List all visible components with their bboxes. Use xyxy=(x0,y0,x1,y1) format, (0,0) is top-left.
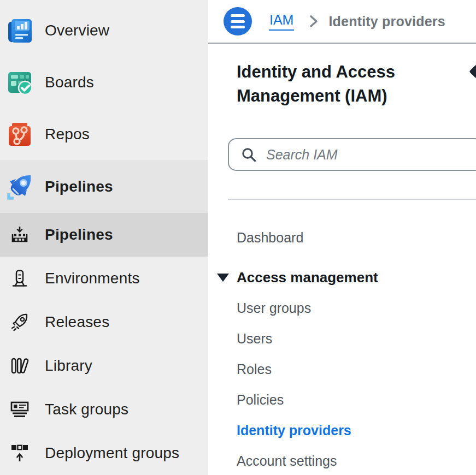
nav-section-label: Access management xyxy=(237,269,378,286)
overview-icon xyxy=(0,16,39,45)
repos-icon xyxy=(0,120,39,149)
breadcrumb-bar: IAM Identity providers xyxy=(208,0,476,44)
azure-devops-sidebar: Overview Boards xyxy=(0,0,208,475)
library-icon xyxy=(0,356,39,376)
nav-item-label: Users xyxy=(237,331,272,347)
releases-icon xyxy=(0,312,39,332)
chevron-right-icon xyxy=(308,14,320,29)
page-title: Identity and Access Management (IAM) xyxy=(237,60,431,108)
environments-icon xyxy=(0,269,39,288)
nav-item-user-groups[interactable]: User groups xyxy=(208,293,476,323)
nav-item-label: Dashboard xyxy=(237,230,303,246)
sidebar-item-environments[interactable]: Environments xyxy=(0,257,208,300)
sidebar-item-library[interactable]: Library xyxy=(0,344,208,388)
close-icon[interactable] xyxy=(469,64,476,78)
sidebar-item-overview[interactable]: Overview xyxy=(0,4,208,56)
nav-item-label: Identity providers xyxy=(237,423,351,438)
iam-console-panel: IAM Identity providers Identity and Acce… xyxy=(208,0,476,475)
nav-item-users[interactable]: Users xyxy=(208,323,476,354)
nav-item-label: User groups xyxy=(237,300,311,316)
nav-item-label: Account settings xyxy=(237,453,337,469)
search-input[interactable] xyxy=(266,147,476,163)
sidebar-item-label: Library xyxy=(45,357,92,375)
sidebar-item-label: Deployment groups xyxy=(45,444,179,462)
nav-item-account-settings[interactable]: Account settings xyxy=(208,446,476,475)
sidebar-item-task-groups[interactable]: Task groups xyxy=(0,388,208,431)
sidebar-item-boards[interactable]: Boards xyxy=(0,56,208,108)
divider xyxy=(228,199,476,200)
sidebar-item-label: Environments xyxy=(45,270,140,287)
sidebar-item-label: Pipelines xyxy=(45,178,113,195)
sidebar-item-repos[interactable]: Repos xyxy=(0,108,208,160)
nav-section-access-management[interactable]: Access management xyxy=(208,262,476,293)
sidebar-item-deployment-groups[interactable]: Deployment groups xyxy=(0,431,208,475)
sidebar-item-label: Repos xyxy=(45,126,90,143)
search-icon xyxy=(241,147,257,163)
sidebar-item-label: Releases xyxy=(45,313,109,331)
menu-button[interactable] xyxy=(224,7,252,35)
app: Overview Boards xyxy=(0,0,476,475)
nav-item-identity-providers[interactable]: Identity providers xyxy=(208,415,476,446)
sidebar-item-label: Overview xyxy=(45,22,109,39)
nav-item-policies[interactable]: Policies xyxy=(208,384,476,415)
iam-nav: Dashboard Access management User groups … xyxy=(208,222,476,475)
sidebar-item-pipelines[interactable]: Pipelines xyxy=(0,213,208,257)
nav-item-label: Roles xyxy=(237,361,272,377)
nav-item-dashboard[interactable]: Dashboard xyxy=(208,222,476,253)
sidebar-item-label: Task groups xyxy=(45,401,128,418)
breadcrumb-link-iam[interactable]: IAM xyxy=(269,12,294,31)
nav-item-roles[interactable]: Roles xyxy=(208,354,476,384)
boards-icon xyxy=(0,68,39,97)
sidebar-item-label: Pipelines xyxy=(45,226,113,244)
nav-item-label: Policies xyxy=(237,392,284,408)
sidebar-item-releases[interactable]: Releases xyxy=(0,300,208,344)
search-box[interactable] xyxy=(228,138,476,171)
collapse-triangle-icon xyxy=(217,274,229,282)
sidebar-item-pipelines-section[interactable]: Pipelines xyxy=(0,160,208,213)
task-groups-icon xyxy=(0,400,39,419)
pipelines-deploy-icon xyxy=(0,225,39,245)
pipelines-rocket-icon xyxy=(0,172,39,201)
hamburger-menu-icon xyxy=(231,13,245,30)
sidebar-item-label: Boards xyxy=(45,74,94,91)
breadcrumb-current: Identity providers xyxy=(328,14,445,29)
deployment-groups-icon xyxy=(0,443,39,464)
